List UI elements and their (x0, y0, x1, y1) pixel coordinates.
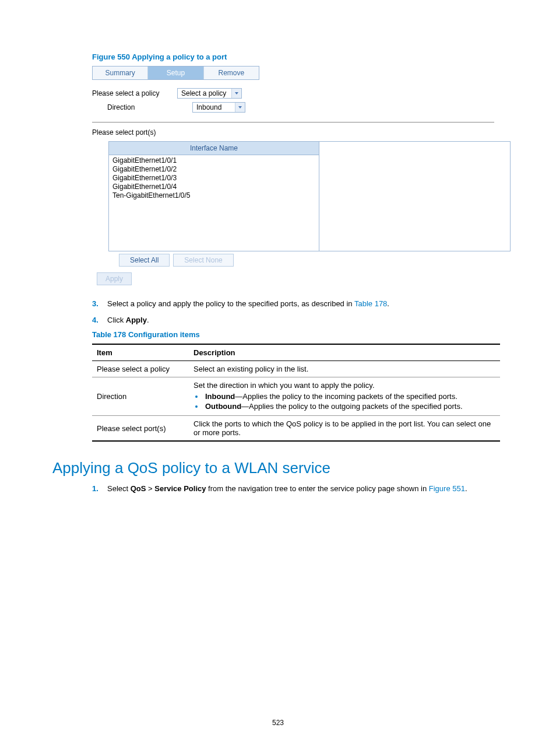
step-text: from the navigation tree to enter the se… (206, 484, 428, 493)
port-item[interactable]: GigabitEthernet1/0/1 (109, 156, 319, 165)
step-text: . (465, 484, 467, 493)
cell-desc: Set the direction in which you want to a… (189, 377, 500, 416)
inbound-bold: Inbound (205, 392, 235, 401)
interface-header: Interface Name (109, 142, 319, 155)
step-number: 1. (92, 483, 107, 495)
port-item[interactable]: GigabitEthernet1/0/4 (109, 183, 319, 191)
cell-desc: Click the ports to which the QoS policy … (189, 416, 500, 442)
outbound-bold: Outbound (205, 402, 241, 411)
direction-row: Direction Inbound (92, 102, 504, 113)
qos-bold: QoS (131, 484, 146, 493)
section-heading: Applying a QoS policy to a WLAN service (52, 459, 504, 477)
figure-551-link[interactable]: Figure 551 (429, 484, 465, 493)
table-caption: Table 178 Configuration items (92, 330, 504, 339)
select-all-button[interactable]: Select All (119, 254, 170, 267)
policy-label: Please select a policy (92, 89, 174, 97)
port-panel: Interface Name GigabitEthernet1/0/1 Giga… (108, 141, 511, 251)
table-178: Item Description Please select a policy … (92, 344, 500, 442)
outbound-text: —Applies the policy to the outgoing pack… (241, 402, 462, 411)
cell-item: Please select port(s) (92, 416, 189, 442)
policy-row: Please select a policy Select a policy (92, 88, 504, 99)
tab-row: Summary Setup Remove (92, 66, 259, 80)
table-row: Please select port(s) Click the ports to… (92, 416, 500, 442)
chevron-down-icon[interactable] (231, 89, 241, 98)
step-text: Select (107, 484, 131, 493)
cell-item: Direction (92, 377, 189, 416)
port-spacer (319, 141, 511, 251)
select-button-row: Select All Select None (119, 254, 504, 267)
port-item[interactable]: Ten-GigabitEthernet1/0/5 (109, 191, 319, 200)
step-text: Click (107, 316, 126, 324)
direction-select[interactable]: Inbound (192, 102, 245, 113)
apply-bold: Apply (126, 316, 147, 324)
inbound-text: —Applies the policy to the incoming pack… (235, 392, 458, 401)
cell-item: Please select a policy (92, 361, 189, 377)
table-row: Please select a policy Select an existin… (92, 361, 500, 377)
direction-label: Direction (92, 103, 189, 111)
step-text: Select a policy and apply the policy to … (107, 299, 354, 308)
direction-intro: Set the direction in which you want to a… (193, 381, 375, 390)
step-number: 3. (92, 298, 107, 310)
port-item[interactable]: GigabitEthernet1/0/2 (109, 165, 319, 174)
step-1: 1. Select QoS > Service Policy from the … (92, 483, 504, 495)
chevron-down-icon[interactable] (235, 103, 245, 112)
table-178-link[interactable]: Table 178 (354, 299, 387, 308)
policy-select-value: Select a policy (178, 89, 231, 98)
step-4: 4. Click Apply. (92, 314, 504, 326)
step-number: 4. (92, 314, 107, 326)
outbound-item: Outbound—Applies the policy to the outgo… (204, 402, 495, 411)
port-list[interactable]: GigabitEthernet1/0/1 GigabitEthernet1/0/… (109, 155, 319, 251)
gt-sep: > (146, 484, 154, 493)
th-desc: Description (189, 344, 500, 361)
cell-desc: Select an existing policy in the list. (189, 361, 500, 377)
figure-caption: Figure 550 Applying a policy to a port (92, 52, 504, 61)
step-3: 3. Select a policy and apply the policy … (92, 298, 504, 310)
apply-button[interactable]: Apply (97, 272, 132, 285)
policy-select[interactable]: Select a policy (177, 88, 242, 99)
tab-setup[interactable]: Setup (148, 66, 203, 79)
port-item[interactable]: GigabitEthernet1/0/3 (109, 174, 319, 183)
tab-remove[interactable]: Remove (204, 66, 259, 79)
ports-label: Please select port(s) (92, 128, 504, 136)
figure-550: Summary Setup Remove Please select a pol… (92, 66, 504, 285)
divider (92, 122, 494, 123)
select-none-button[interactable]: Select None (173, 254, 233, 267)
step-text: . (147, 316, 149, 324)
page-number: 523 (0, 719, 556, 727)
tab-summary[interactable]: Summary (93, 66, 148, 79)
th-item: Item (92, 344, 189, 361)
inbound-item: Inbound—Applies the policy to the incomi… (204, 392, 495, 401)
direction-select-value: Inbound (193, 103, 235, 112)
step-text: . (387, 299, 389, 308)
table-row: Direction Set the direction in which you… (92, 377, 500, 416)
interface-column: Interface Name GigabitEthernet1/0/1 Giga… (108, 141, 319, 251)
service-policy-bold: Service Policy (154, 484, 206, 493)
